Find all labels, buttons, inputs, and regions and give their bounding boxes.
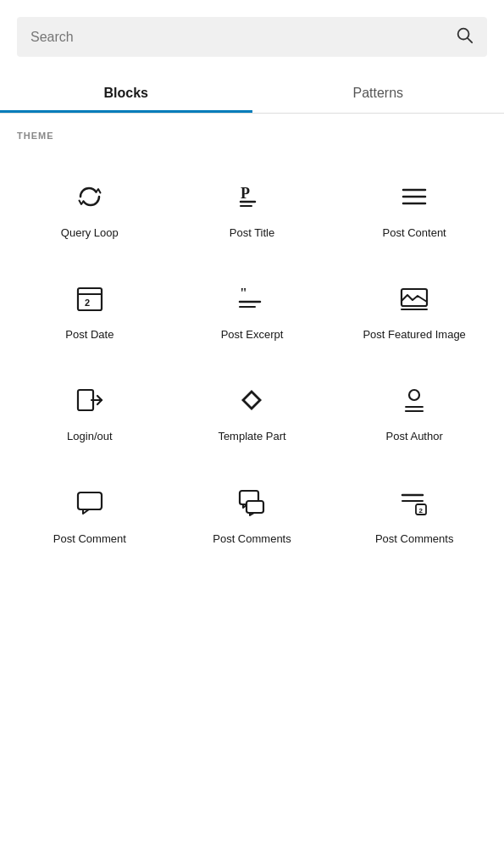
block-label-post-author: Post Author <box>386 429 443 444</box>
tab-blocks[interactable]: Blocks <box>0 74 252 113</box>
block-item-login-out[interactable]: Login/out <box>8 359 171 461</box>
blocks-grid: Query Loop P Post Title Post Content <box>0 147 504 572</box>
svg-rect-25 <box>246 501 263 513</box>
block-item-post-author[interactable]: Post Author <box>333 359 496 461</box>
svg-rect-23 <box>78 492 102 509</box>
post-title-icon: P <box>231 176 272 217</box>
block-item-post-featured-image[interactable]: Post Featured Image <box>333 258 496 359</box>
search-icon <box>455 25 474 48</box>
svg-text:2: 2 <box>419 506 424 514</box>
svg-line-1 <box>468 38 472 42</box>
block-item-post-comment[interactable]: Post Comment <box>8 462 171 564</box>
block-label-post-date: Post Date <box>65 327 114 342</box>
block-label-post-comments-count: Post Comments <box>375 531 453 547</box>
post-comments-count-icon: 2 <box>394 482 435 523</box>
post-author-icon <box>394 380 435 420</box>
block-item-post-excerpt[interactable]: " Post Excerpt <box>171 258 334 359</box>
block-item-post-comments-count[interactable]: 2 Post Comments <box>333 462 496 564</box>
post-excerpt-icon: " <box>231 278 272 319</box>
svg-text:": " <box>240 286 247 300</box>
block-item-post-comments[interactable]: Post Comments <box>171 462 334 564</box>
block-item-post-content[interactable]: Post Content <box>333 156 496 258</box>
block-label-post-comments: Post Comments <box>213 531 291 547</box>
search-input[interactable] <box>30 30 448 45</box>
login-out-icon <box>69 380 110 420</box>
search-bar <box>17 17 487 57</box>
post-featured-image-icon <box>394 278 435 319</box>
block-label-post-comment: Post Comment <box>53 531 126 547</box>
template-part-icon <box>231 380 272 420</box>
post-date-icon: 2 <box>69 278 110 319</box>
block-item-post-date[interactable]: 2 Post Date <box>8 258 171 359</box>
section-theme-label: THEME <box>0 114 504 147</box>
block-item-post-title[interactable]: P Post Title <box>171 156 334 258</box>
post-content-icon <box>394 176 435 217</box>
block-label-login-out: Login/out <box>67 429 113 444</box>
post-comments-icon <box>231 482 272 523</box>
post-comment-icon <box>69 482 110 523</box>
block-label-post-featured-image: Post Featured Image <box>363 327 465 342</box>
block-label-post-title: Post Title <box>230 225 274 241</box>
svg-text:2: 2 <box>85 298 90 308</box>
block-label-template-part: Template Part <box>218 429 285 444</box>
svg-point-20 <box>409 390 419 400</box>
block-label-post-content: Post Content <box>383 225 446 241</box>
svg-text:P: P <box>241 185 250 202</box>
tabs: Blocks Patterns <box>0 74 504 114</box>
block-label-post-excerpt: Post Excerpt <box>221 327 284 342</box>
block-item-query-loop[interactable]: Query Loop <box>8 156 171 258</box>
block-item-template-part[interactable]: Template Part <box>171 359 334 461</box>
block-label-query-loop: Query Loop <box>61 225 119 241</box>
tab-patterns[interactable]: Patterns <box>252 74 505 113</box>
query-loop-icon <box>69 176 110 217</box>
